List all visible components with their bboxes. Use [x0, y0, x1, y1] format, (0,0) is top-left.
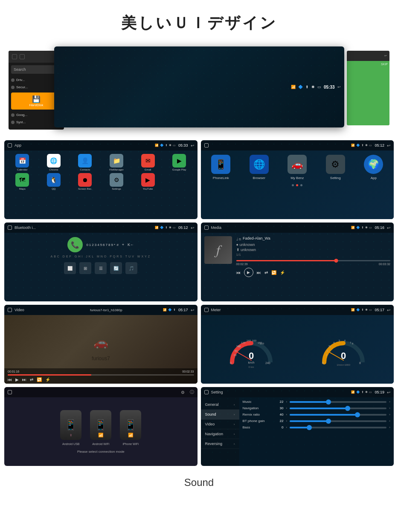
svg-text:240: 240: [265, 361, 270, 364]
video-play[interactable]: ▶: [15, 377, 19, 382]
svg-text:80: 80: [235, 350, 238, 352]
settings-navigation[interactable]: Navigation›: [201, 429, 239, 439]
homescreen-setting[interactable]: ⚙ Setting: [326, 155, 345, 180]
sidebar-icon2: [20, 54, 25, 59]
phonelink-panel: ⚙ ⓘ 📱 ♀ Android USB 📱 📶: [4, 387, 198, 466]
remix-decrement[interactable]: ‹: [286, 413, 288, 416]
bt-decrement[interactable]: ‹: [286, 419, 288, 423]
app-chrome[interactable]: 🌐 Chrome: [39, 154, 69, 171]
info-icon[interactable]: ⓘ: [190, 389, 194, 395]
homescreen-phonelink[interactable]: 📱 PhoneLink: [211, 155, 230, 180]
bass-decrement[interactable]: ‹: [286, 425, 288, 429]
app-gmail[interactable]: ✉ Gmail: [133, 154, 163, 171]
nav-decrement[interactable]: ‹: [286, 406, 288, 410]
svg-text:100: 100: [236, 345, 241, 347]
settings-gear-icon[interactable]: ⚙: [181, 390, 185, 395]
album-art: 𝑓: [204, 236, 232, 264]
bass-increment[interactable]: ›: [389, 425, 390, 429]
settings-remix-value: 40: [275, 413, 284, 416]
app-settings[interactable]: ⚙ Settings: [102, 173, 131, 190]
media-mode1[interactable]: ⇄: [264, 270, 268, 275]
video-time-current: 00:01:16: [8, 370, 19, 373]
video-mode2[interactable]: 🔁: [37, 377, 42, 382]
settings-reversing[interactable]: Reversing›: [201, 439, 239, 449]
bt-ctrl-3[interactable]: ☰: [95, 262, 107, 274]
home-icon: [8, 308, 12, 312]
media-time-current: 00:02:39: [236, 263, 248, 266]
app-youtube[interactable]: ▶ YouTube: [133, 173, 163, 190]
android-wifi-label: Android WiFi: [92, 442, 109, 445]
remix-increment[interactable]: ›: [389, 413, 390, 416]
settings-nav-label: Navigation: [243, 406, 273, 410]
sound-label-area: Sound: [0, 474, 398, 495]
homescreen-mybenz[interactable]: 🚗 My Benz: [288, 155, 307, 180]
settings-general[interactable]: General›: [201, 400, 239, 410]
video-next[interactable]: ⏭: [22, 377, 26, 382]
svg-text:0: 0: [322, 361, 324, 364]
music-increment[interactable]: ›: [389, 400, 390, 404]
hero-section: Search Driv... Secur... 💾 HardDisk Goog.…: [0, 42, 398, 140]
app-screenrec[interactable]: ⏺ Screen Rec.: [70, 173, 100, 190]
media-next[interactable]: ⏭: [257, 270, 261, 275]
meter-panel: Meter 📶🔷⬆✱▭ 05:17 ↩ 0 240 40 200 0 km/h: [201, 305, 394, 384]
app-maps[interactable]: 🗺 Maps: [8, 173, 37, 190]
app-googleplay[interactable]: ▶ Google Play: [165, 154, 194, 171]
iphone-wifi-label: iPhone WiFi: [122, 442, 139, 445]
media-song-title: Faded-Alan_Wa: [243, 236, 270, 240]
homescreen-browser[interactable]: 🌐 Browser: [250, 155, 269, 180]
media-mode3[interactable]: ⚡: [280, 270, 285, 275]
settings-music-label: Music: [243, 400, 273, 404]
home-panel: 📶🔷⬆✱▭ 05:12 ↩ 📱 PhoneLink 🌐 Browser: [201, 140, 394, 219]
svg-text:km/h: km/h: [248, 361, 254, 364]
settings-left-menu: General› Sound› Video› Navigation› Rever…: [201, 397, 239, 466]
settings-nav-value: 30: [275, 406, 284, 410]
video-mode3[interactable]: ⚡: [45, 377, 50, 382]
svg-text:160: 160: [252, 339, 257, 342]
android-usb-label: Android USB: [62, 442, 79, 445]
sidebar-icon1: [12, 54, 17, 59]
app-calendar[interactable]: 📅 Calendar: [8, 154, 37, 171]
media-play[interactable]: ▶: [244, 268, 253, 277]
bt-ctrl-4[interactable]: 🔄: [110, 262, 122, 274]
settings-music-value: 22: [275, 400, 284, 404]
rpm-gauge: 0 8 2 6 0 1/min×1000 1 2 3 4 5 6 7: [320, 328, 367, 371]
bt-ctrl-5[interactable]: 🎵: [125, 262, 137, 274]
bluetooth-panel: Bluetooth i... 📶🔷⬆✱▭ 05:12 ↩ 📞 0 1 2 3: [4, 223, 198, 301]
app-panel: App 📶🔷⬆✱▭ 05:33 ↩ 📅 Calendar 🌐 Chrome 👤: [4, 140, 198, 219]
settings-remix-label: Remix ratio: [243, 413, 273, 416]
bt-increment[interactable]: ›: [389, 419, 390, 423]
app-qq[interactable]: 🐧 QQ: [39, 173, 69, 190]
app-contacts[interactable]: 👤 Contacts: [70, 154, 100, 171]
video-prev[interactable]: ⏮: [8, 377, 12, 382]
video-mode1[interactable]: ⇄: [30, 377, 33, 382]
bt-ctrl-2[interactable]: ⊞: [79, 262, 91, 274]
settings-bass-value: 0: [275, 425, 284, 429]
bt-ctrl-1[interactable]: ⬜: [64, 262, 76, 274]
nav-increment[interactable]: ›: [389, 406, 390, 410]
video-panel-time: 05:17: [178, 308, 188, 312]
sound-label: Sound: [184, 477, 214, 488]
media-mode2[interactable]: 🔁: [271, 270, 276, 275]
home-icon: [8, 390, 12, 394]
music-decrement[interactable]: ‹: [286, 400, 288, 404]
hero-main-screen: 📶 🔷 ⬆ ✱ ▭ 05:33 ↩ 🍃 Bluetooth: [54, 46, 344, 127]
settings-sound[interactable]: Sound›: [201, 410, 239, 419]
settings-panel: Setting 📶🔷⬆✱▭ 05:19 ↩ General› Sound› Vi…: [201, 387, 394, 466]
app-filemanager[interactable]: 📁 FileManager: [102, 154, 131, 171]
phonelink-android-wifi[interactable]: 📱 📶 Android WiFi: [90, 410, 111, 445]
back-icon: ↩: [191, 308, 194, 312]
phonelink-iphone-wifi[interactable]: 📱 📶 iPhone WiFi: [120, 410, 141, 445]
settings-right-panel: Music 22 ‹ › Navigation 30 ‹: [239, 397, 394, 466]
video-time-total: 00:02:33: [182, 370, 194, 373]
svg-text:1/min×1000: 1/min×1000: [337, 364, 350, 366]
phonelink-android-usb[interactable]: 📱 ♀ Android USB: [60, 410, 81, 445]
screenshots-grid: App 📶🔷⬆✱▭ 05:33 ↩ 📅 Calendar 🌐 Chrome 👤: [0, 140, 398, 474]
page-title: 美しいＵＩデザイン: [0, 0, 398, 42]
homescreen-app[interactable]: 🌍 App: [364, 155, 383, 180]
send-button[interactable]: 📞: [67, 237, 83, 252]
hero-right-bg: ↩ SKIP: [347, 51, 389, 125]
svg-text:0: 0: [230, 361, 232, 364]
settings-bt-value: 22: [275, 419, 284, 423]
media-prev[interactable]: ⏮: [236, 270, 241, 275]
settings-video[interactable]: Video›: [201, 419, 239, 429]
